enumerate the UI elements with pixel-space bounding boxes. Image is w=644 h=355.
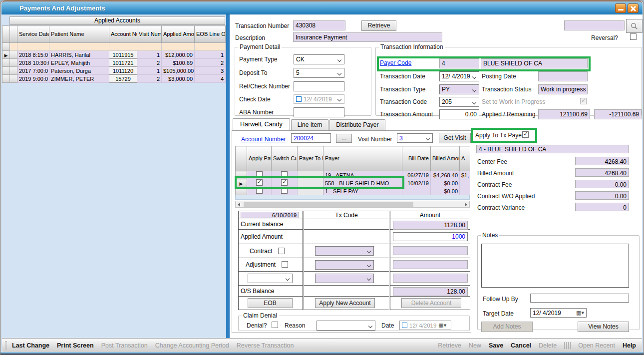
payment-type-select[interactable]: CK (294, 54, 344, 64)
cancel-button[interactable]: Cancel (511, 342, 531, 349)
transaction-code-select[interactable]: 205 (439, 97, 479, 107)
contract-code-select[interactable] (315, 246, 374, 256)
retrieve-button[interactable]: Retrieve (361, 20, 396, 31)
transaction-type-select[interactable]: PY (439, 84, 479, 94)
payer-search-field[interactable] (564, 20, 625, 30)
transaction-number-field[interactable]: 430308 (293, 20, 345, 30)
reverse-transaction-button[interactable]: Reverse Transaction (237, 342, 294, 349)
apply-tx-payer-checkbox[interactable] (522, 131, 529, 138)
payer-to-bill-cell[interactable] (298, 179, 323, 187)
col-header-account-number[interactable]: Account Number (109, 26, 137, 43)
open-recent-button[interactable]: Open Recent (578, 342, 615, 349)
adjustment-code-select[interactable] (315, 260, 374, 270)
cell-service-date[interactable]: 2018 8:15:0 (17, 51, 49, 59)
applied-accounts-grid[interactable]: Service Date Patient Name Account Number… (2, 25, 226, 83)
minimize-button[interactable] (615, 3, 626, 13)
table-row[interactable]: 2017 7:00:0 Paterson, Durga 1011120 1 $1… (2, 67, 226, 75)
reversal-checkbox[interactable] (630, 33, 637, 40)
change-accounting-period-button[interactable]: Change Accounting Period (155, 342, 229, 349)
col-header-patient-name[interactable]: Patient Name (49, 26, 109, 43)
apply-payment-checkbox[interactable] (256, 171, 263, 178)
payer-search-button[interactable] (626, 19, 643, 33)
reason-select[interactable] (317, 321, 375, 331)
tab-patient[interactable]: Harwell, Candy (233, 118, 290, 130)
col-header-apply[interactable]: Apply Payment To (247, 146, 272, 171)
payer-grid[interactable]: Apply Payment To Switch Current Payer Pa… (235, 146, 470, 195)
switch-payer-checkbox[interactable] (281, 187, 288, 194)
get-visit-button[interactable]: Get Visit (439, 133, 471, 143)
view-notes-button[interactable]: View Notes (578, 322, 629, 332)
denial-checkbox[interactable] (272, 322, 278, 328)
title-bar[interactable]: Payments And Adjustments (1, 0, 643, 14)
contract-checkbox[interactable] (278, 248, 285, 254)
payer-cell[interactable]: 19 - AETNA (323, 171, 402, 179)
apply-new-account-button[interactable]: Apply New Account (315, 298, 375, 308)
col-header-service-date[interactable]: Service Date (17, 26, 49, 43)
adjustment-amount-field[interactable] (393, 260, 468, 269)
delete-account-button[interactable]: Delete Account (401, 298, 461, 308)
col-header-bill-date[interactable]: Bill Date (402, 146, 431, 171)
eob-button[interactable]: EOB (248, 298, 293, 308)
table-row[interactable]: 2019 9:00:0 ZIMMER, PETER 15729 2 $3,000… (2, 75, 226, 83)
col-header-billed-amount[interactable]: Billed Amount (431, 146, 460, 171)
filter-row[interactable] (2, 43, 226, 51)
description-field[interactable]: Insurance Payment (293, 32, 442, 42)
retrieve-bottom-button[interactable]: Retrieve (438, 342, 461, 349)
scrollbar-thumb[interactable] (244, 202, 413, 207)
aba-input[interactable] (294, 107, 344, 117)
cell-applied-amount[interactable]: $12,000.00 (162, 51, 195, 59)
cell-eob-line-order[interactable]: 1 (195, 51, 226, 59)
col-header-eob-line-order[interactable]: EOB Line Order (195, 26, 226, 43)
col-header-partial[interactable]: A (460, 146, 470, 171)
payer-grid-scrollbar[interactable] (235, 201, 470, 208)
payer-code-link[interactable]: Payer Code (380, 59, 411, 66)
switch-payer-checkbox[interactable] (281, 179, 288, 186)
cell-patient-name[interactable]: HARRIS, Harilal (49, 51, 109, 59)
account-number-link[interactable]: Account Number (241, 136, 286, 143)
new-button[interactable]: New (469, 342, 481, 349)
payer-to-bill-cell[interactable] (298, 187, 323, 195)
payer-code-field[interactable]: 4 (439, 58, 479, 68)
col-header-applied-amount[interactable]: Applied Amount (162, 26, 195, 43)
notes-textarea[interactable] (481, 244, 629, 288)
visit-number-select[interactable]: 3 (397, 133, 433, 143)
check-date-checkbox[interactable] (296, 96, 302, 102)
extra-code-select[interactable] (315, 274, 374, 283)
transaction-amount-input[interactable]: 0.00 (439, 109, 479, 119)
scroll-left-icon[interactable] (238, 203, 240, 207)
target-date-picker[interactable]: 12/ 4/2019 ▦▾ (530, 308, 587, 318)
last-change-button[interactable]: Last Change (12, 342, 49, 349)
contract-amount-field[interactable] (393, 246, 468, 255)
col-header-payer-to-bill[interactable]: Payer To Bill (298, 146, 323, 171)
close-button[interactable] (628, 3, 639, 13)
transaction-date-select[interactable]: 12/ 4/2019 (439, 71, 479, 81)
denial-date-checkbox[interactable] (402, 323, 407, 328)
col-header-switch[interactable]: Switch Current Payer (272, 146, 298, 171)
extra-amount-field[interactable] (393, 274, 468, 283)
col-header-visit-number[interactable]: Visit Number (137, 26, 162, 43)
post-transaction-button[interactable]: Post Transaction (101, 342, 148, 349)
payer-row[interactable]: 1 - SELF PAY $0.00 (236, 187, 470, 195)
scroll-right-icon[interactable] (465, 203, 467, 207)
print-screen-button[interactable]: Print Screen (57, 342, 94, 349)
follow-up-input[interactable] (530, 294, 629, 303)
ref-check-input[interactable] (294, 81, 344, 91)
check-date-picker[interactable]: 12/ 4/2019 (294, 94, 344, 104)
account-lookup-button[interactable]: ... (336, 134, 352, 143)
tab-distribute-payer[interactable]: Distribute Payer (329, 119, 385, 130)
account-number-input[interactable]: 200024 (291, 133, 331, 143)
tab-line-item[interactable]: Line Item (291, 119, 328, 130)
payer-cell[interactable]: 1 - SELF PAY (323, 187, 402, 195)
apply-payment-checkbox[interactable] (256, 179, 263, 186)
extra-type-select[interactable] (248, 274, 293, 283)
apply-payment-checkbox[interactable] (256, 187, 263, 194)
payer-row[interactable]: 19 - AETNA 06/27/19 $4,268.40 $1, (236, 171, 470, 179)
switch-payer-checkbox[interactable] (281, 171, 288, 178)
cell-account-number[interactable]: 1011915 (109, 51, 137, 59)
table-row[interactable]: 2018 10:30:0 EPLEY, Mahijith 1011721 2 $… (2, 59, 226, 67)
table-row[interactable]: ▶ 2018 8:15:0 HARRIS, Harilal 1011915 1 … (2, 51, 226, 59)
adjustment-checkbox[interactable] (282, 261, 288, 268)
add-notes-button[interactable]: Add Notes (481, 322, 533, 332)
col-header-payer[interactable]: Payer (323, 146, 402, 171)
save-button[interactable]: Save (489, 342, 503, 349)
